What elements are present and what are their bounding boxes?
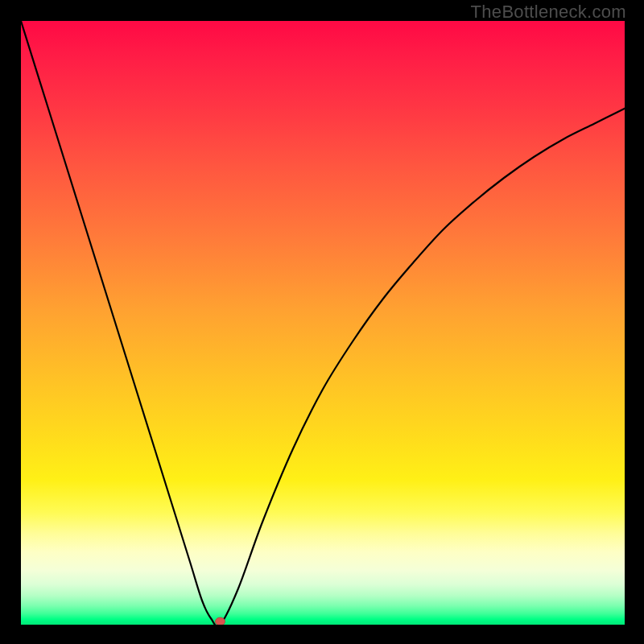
- bottleneck-curve: [21, 21, 625, 625]
- plot-area: [21, 21, 625, 625]
- curve-svg: [21, 21, 625, 625]
- chart-frame: TheBottleneck.com: [0, 0, 644, 644]
- watermark-text: TheBottleneck.com: [471, 2, 626, 23]
- optimal-point-marker: [216, 617, 225, 625]
